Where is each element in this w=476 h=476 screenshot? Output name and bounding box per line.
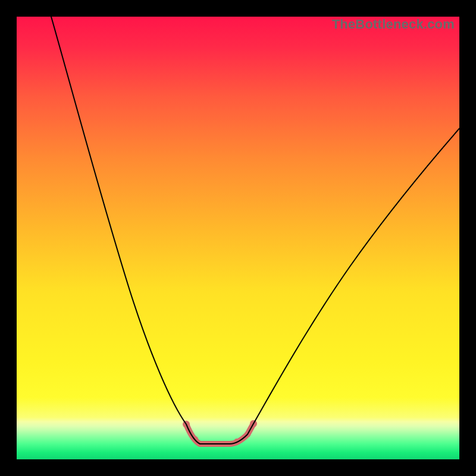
plot-area: TheBottleneck.com	[17, 17, 459, 459]
curve-right	[230, 129, 459, 444]
chart-frame: TheBottleneck.com	[0, 0, 476, 476]
highlight-segment	[183, 420, 257, 447]
curve-overlay	[17, 17, 459, 459]
curve-left	[51, 17, 200, 444]
